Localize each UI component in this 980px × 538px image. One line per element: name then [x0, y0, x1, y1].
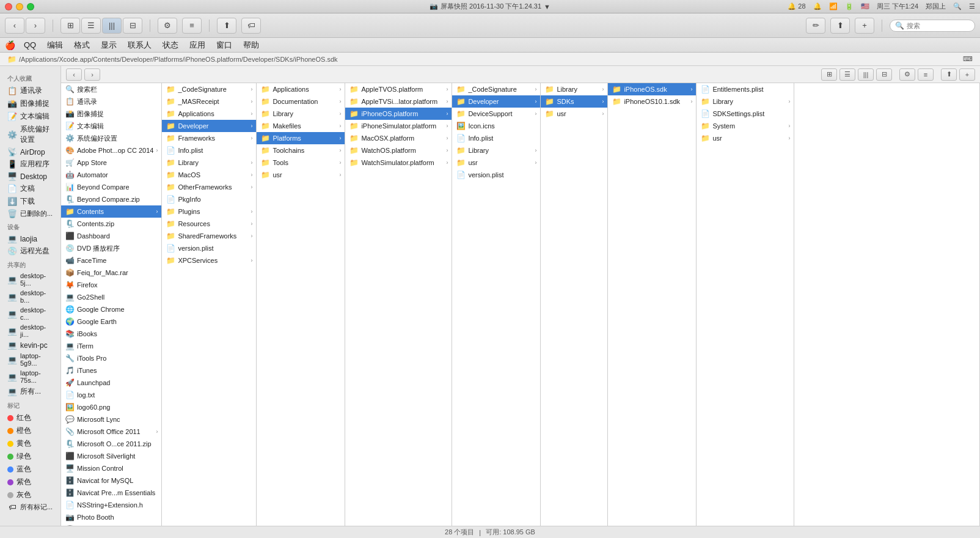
col1-sysprefs[interactable]: ⚙️ 系统偏好设置: [61, 132, 161, 144]
col-col-btn[interactable]: |||: [858, 68, 874, 81]
col1-itools[interactable]: 🔧 iTools Pro: [61, 352, 161, 364]
sidebar-item-tag-orange[interactable]: 橙色: [2, 424, 58, 437]
col1-launchpad[interactable]: 🚀 Launchpad: [61, 377, 161, 389]
sidebar-item-kevinpc[interactable]: 💻 kevin-pc: [2, 339, 58, 351]
col1-office[interactable]: 📎 Microsoft Office 2011 ›: [61, 426, 161, 438]
col1-search[interactable]: 🔍 搜索栏: [61, 83, 161, 95]
sidebar-item-airdrop[interactable]: 📡 AirDrop: [2, 146, 58, 158]
back-button[interactable]: ‹: [5, 18, 24, 34]
sidebar-item-contacts[interactable]: 📋 通讯录: [2, 84, 58, 97]
col1-contacts[interactable]: 📋 通讯录: [61, 95, 161, 108]
col6-library[interactable]: 📁 Library ›: [541, 83, 607, 95]
col2-xpcservices[interactable]: 📁 XPCServices ›: [162, 254, 256, 267]
col2-applications[interactable]: 📁 Applications ›: [162, 108, 256, 120]
col1-contents[interactable]: 📁 Contents ›: [61, 205, 161, 218]
sidebar-item-tag-red[interactable]: 红色: [2, 411, 58, 424]
col1-facetime[interactable]: 📹 FaceTime: [61, 254, 161, 267]
control-center-icon[interactable]: ☰: [969, 2, 975, 10]
add-tag-button[interactable]: 🏷: [241, 18, 261, 34]
share2-button[interactable]: ⬆: [830, 18, 850, 34]
col1-office-zip[interactable]: 🗜️ Microsoft O...ce 2011.zip: [61, 438, 161, 450]
col2-resources[interactable]: 📁 Resources ›: [162, 218, 256, 230]
col5-version[interactable]: 📄 version.plist: [452, 169, 540, 181]
col3-usr[interactable]: 📁 usr ›: [257, 169, 345, 181]
col1-firefox[interactable]: 🦊 Firefox: [61, 279, 161, 291]
col3-platforms[interactable]: 📁 Platforms ›: [257, 132, 345, 144]
col4-watchsim[interactable]: 📁 WatchSimulator.platform ›: [345, 157, 452, 169]
col1-navicat-pre[interactable]: 🗄️ Navicat Pre...m Essentials: [61, 487, 161, 499]
col1-go2shell[interactable]: 💻 Go2Shell: [61, 291, 161, 303]
sidebar-item-laptop75s[interactable]: 💻 laptop-75s...: [2, 368, 58, 385]
col1-chrome[interactable]: 🌐 Google Chrome: [61, 303, 161, 315]
sidebar-item-applications[interactable]: 📱 应用程序: [2, 158, 58, 171]
col2-info[interactable]: 📄 Info.plist: [162, 144, 256, 157]
menu-qq[interactable]: QQ: [19, 39, 41, 51]
col1-automator[interactable]: 🤖 Automator: [61, 169, 161, 181]
col5-icon-icns[interactable]: 🖼️ Icon.icns: [452, 120, 540, 132]
col2-library[interactable]: 📁 Library ›: [162, 157, 256, 169]
menu-contacts[interactable]: 联系人: [123, 39, 156, 52]
minimize-button[interactable]: [16, 3, 23, 10]
col1-navicat-mysql[interactable]: 🗄️ Navicat for MySQL: [61, 474, 161, 487]
menu-help[interactable]: 帮助: [238, 39, 264, 52]
col1-image-capture[interactable]: 📸 图像捕捉: [61, 108, 161, 120]
col3-documentation[interactable]: 📁 Documentation ›: [257, 95, 345, 108]
col1-logo[interactable]: 🖼️ logo60.png: [61, 401, 161, 413]
col4-tvos[interactable]: 📁 AppleTVOS.platform ›: [345, 83, 452, 95]
col-back-button[interactable]: ‹: [66, 68, 82, 81]
col1-ibooks[interactable]: 📚 iBooks: [61, 328, 161, 340]
sidebar-item-image-capture[interactable]: 📸 图像捕捉: [2, 97, 58, 110]
col1-qlpmsg[interactable]: 💬 Qlpmsg: [61, 523, 161, 526]
col1-dashboard[interactable]: ⬛ Dashboard: [61, 230, 161, 242]
col1-textedit[interactable]: 📝 文本编辑: [61, 120, 161, 132]
notification-bell[interactable]: 🔔: [813, 2, 822, 10]
col3-applications[interactable]: 📁 Applications ›: [257, 83, 345, 95]
menu-apps[interactable]: 应用: [185, 39, 210, 52]
sidebar-item-tag-green[interactable]: 绿色: [2, 450, 58, 463]
col1-contents-zip[interactable]: 🗜️ Contents.zip: [61, 218, 161, 230]
col3-library[interactable]: 📁 Library ›: [257, 108, 345, 120]
sidebar-item-laptop5g9[interactable]: 💻 laptop-5g9...: [2, 351, 58, 368]
col1-photobooth[interactable]: 📷 Photo Booth: [61, 511, 161, 523]
col1-beyond-compare[interactable]: 📊 Beyond Compare: [61, 181, 161, 193]
menu-format[interactable]: 格式: [69, 39, 95, 52]
col8-usr[interactable]: 📁 usr ›: [697, 132, 794, 144]
col5-developer[interactable]: 📁 Developer ›: [452, 95, 540, 108]
sidebar-item-tag-yellow[interactable]: 黄色: [2, 437, 58, 450]
action-button[interactable]: ⚙: [158, 18, 177, 34]
sidebar-item-remote-disk[interactable]: 💿 远程光盘: [2, 245, 58, 257]
sidebar-item-all-tags[interactable]: 🏷 所有标记...: [2, 501, 58, 513]
col-flow-btn[interactable]: ⊟: [876, 68, 892, 81]
forward-button[interactable]: ›: [26, 18, 45, 34]
col5-info[interactable]: 📄 Info.plist: [452, 132, 540, 144]
sidebar-item-desktop[interactable]: 🖥️ Desktop: [2, 171, 58, 182]
cover-flow-button[interactable]: ⊟: [123, 18, 142, 34]
sidebar-item-laojia[interactable]: 💻 laojia: [2, 233, 58, 245]
menu-view[interactable]: 显示: [96, 39, 122, 52]
sidebar-item-tag-blue[interactable]: 蓝色: [2, 463, 58, 476]
spotlight-icon[interactable]: 🔍: [953, 2, 962, 10]
menu-window[interactable]: 窗口: [211, 39, 237, 52]
col1-lync[interactable]: 💬 Microsoft Lync: [61, 413, 161, 426]
col6-usr[interactable]: 📁 usr ›: [541, 108, 607, 120]
col-forward-button[interactable]: ›: [84, 68, 100, 81]
col2-version[interactable]: 📄 version.plist: [162, 242, 256, 254]
add-button[interactable]: +: [855, 18, 874, 34]
col2-shared-frameworks[interactable]: 📁 SharedFrameworks ›: [162, 230, 256, 242]
col1-dvd[interactable]: 💿 DVD 播放程序: [61, 242, 161, 254]
col1-mission[interactable]: 🖥️ Mission Control: [61, 462, 161, 474]
col7-iphoneos101[interactable]: 📁 iPhoneOS10.1.sdk ›: [608, 95, 696, 108]
sidebar-item-documents[interactable]: 📄 文稿: [2, 182, 58, 195]
icon-view-button[interactable]: ⊞: [60, 18, 80, 34]
col8-entitlements[interactable]: 📄 Entitlements.plist: [697, 83, 794, 95]
col5-codesig[interactable]: 📁 _CodeSignature ›: [452, 83, 540, 95]
col2-developer[interactable]: 📁 Developer ›: [162, 120, 256, 132]
col2-pkginfo[interactable]: 📄 PkgInfo: [162, 193, 256, 205]
col1-nsstring[interactable]: 📄 NSString+Extension.h: [61, 499, 161, 511]
menu-status[interactable]: 状态: [158, 39, 183, 52]
apple-menu[interactable]: 🍎: [5, 40, 15, 50]
col2-macos[interactable]: 📁 MacOS ›: [162, 169, 256, 181]
sidebar-item-tag-purple[interactable]: 紫色: [2, 476, 58, 488]
col1-bc-zip[interactable]: 🗜️ Beyond Compare.zip: [61, 193, 161, 205]
col8-library[interactable]: 📁 Library ›: [697, 95, 794, 108]
